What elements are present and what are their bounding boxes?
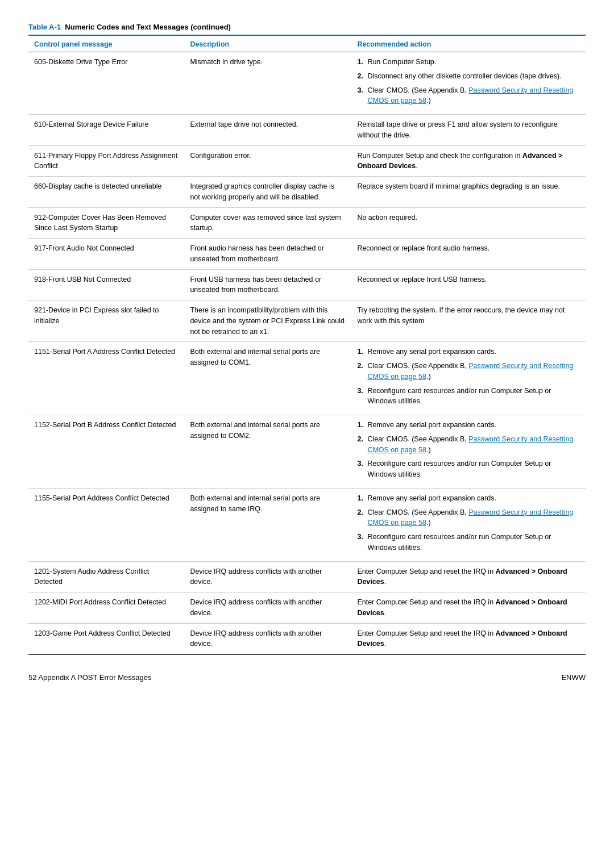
cell-description: Mismatch in drive type.: [184, 52, 351, 115]
col-header-description: Description: [184, 35, 351, 52]
table-label: Table A-1: [28, 23, 61, 31]
action-item: 3. Reconfigure card resources and/or run…: [357, 386, 580, 407]
table-row: 917-Front Audio Not ConnectedFront audio…: [28, 239, 586, 270]
cell-message: 917-Front Audio Not Connected: [28, 239, 184, 270]
main-table: Control panel message Description Recomm…: [28, 35, 586, 655]
col-header-message: Control panel message: [28, 35, 184, 52]
table-row: 605-Diskette Drive Type ErrorMismatch in…: [28, 52, 586, 115]
action-item: 3. Clear CMOS. (See Appendix B, Password…: [357, 85, 580, 107]
action-item: 2. Disconnect any other diskette control…: [357, 71, 580, 82]
action-item: 3. Reconfigure card resources and/or run…: [357, 532, 580, 553]
cell-action: 1. Remove any serial port expansion card…: [351, 488, 586, 561]
cell-description: Front audio harness has been detached or…: [184, 239, 351, 270]
table-row: 921-Device in PCI Express slot failed to…: [28, 301, 586, 342]
cell-action: 1. Run Computer Setup.2. Disconnect any …: [351, 52, 586, 115]
page-footer: 52 Appendix A POST Error Messages ENWW: [28, 673, 586, 682]
cell-action: Enter Computer Setup and reset the IRQ i…: [351, 623, 586, 654]
cell-description: There is an incompatibility/problem with…: [184, 301, 351, 342]
cell-action: Reconnect or replace front audio harness…: [351, 239, 586, 270]
cell-action: 1. Remove any serial port expansion card…: [351, 342, 586, 415]
cell-description: Both external and internal serial ports …: [184, 415, 351, 489]
cell-message: 912-Computer Cover Has Been Removed Sinc…: [28, 207, 184, 239]
cell-description: Device IRQ address conflicts with anothe…: [184, 623, 351, 654]
col-header-action: Recommended action: [351, 35, 586, 52]
cell-description: External tape drive not connected.: [184, 115, 351, 146]
table-row: 1151-Serial Port A Address Conflict Dete…: [28, 342, 586, 415]
cell-description: Front USB harness has been detached or u…: [184, 269, 351, 301]
cell-message: 1152-Serial Port B Address Conflict Dete…: [28, 415, 184, 489]
cell-description: Configuration error.: [184, 145, 351, 177]
footer-right: ENWW: [561, 673, 586, 682]
cell-description: Computer cover was removed since last sy…: [184, 207, 351, 239]
cell-action: Enter Computer Setup and reset the IRQ i…: [351, 592, 586, 624]
table-header-row: Control panel message Description Recomm…: [28, 35, 586, 52]
cell-message: 918-Front USB Not Connected: [28, 269, 184, 301]
cell-message: 611-Primary Floppy Port Address Assignme…: [28, 145, 184, 177]
password-security-link[interactable]: Password Security and Resetting CMOS on …: [367, 508, 573, 527]
cell-description: Both external and internal serial ports …: [184, 342, 351, 415]
cell-action: Enter Computer Setup and reset the IRQ i…: [351, 561, 586, 592]
cell-message: 1202-MIDI Port Address Conflict Detected: [28, 592, 184, 624]
cell-description: Device IRQ address conflicts with anothe…: [184, 592, 351, 624]
password-security-link[interactable]: Password Security and Resetting CMOS on …: [367, 362, 573, 381]
table-row: 611-Primary Floppy Port Address Assignme…: [28, 145, 586, 177]
cell-action: Reconnect or replace front USB harness.: [351, 269, 586, 301]
cell-message: 610-External Storage Device Failure: [28, 115, 184, 146]
action-item: 2. Clear CMOS. (See Appendix B, Password…: [357, 507, 580, 529]
cell-message: 605-Diskette Drive Type Error: [28, 52, 184, 115]
table-row: 660-Display cache is detected unreliable…: [28, 177, 586, 208]
footer-left: 52 Appendix A POST Error Messages: [28, 673, 152, 682]
cell-message: 921-Device in PCI Express slot failed to…: [28, 301, 184, 342]
table-title: Table A-1 Numeric Codes and Text Message…: [28, 23, 586, 31]
table-row: 1152-Serial Port B Address Conflict Dete…: [28, 415, 586, 489]
cell-message: 1203-Game Port Address Conflict Detected: [28, 623, 184, 654]
cell-description: Device IRQ address conflicts with anothe…: [184, 561, 351, 592]
table-row: 1155-Serial Port Address Conflict Detect…: [28, 488, 586, 561]
password-security-link[interactable]: Password Security and Resetting CMOS on …: [367, 435, 573, 454]
action-item: 1. Run Computer Setup.: [357, 57, 580, 68]
cell-action: Try rebooting the system. If the error r…: [351, 301, 586, 342]
cell-action: Reinstall tape drive or press F1 and all…: [351, 115, 586, 146]
cell-action: Replace system board if minimal graphics…: [351, 177, 586, 208]
password-security-link[interactable]: Password Security and Resetting CMOS on …: [367, 86, 573, 105]
cell-description: Both external and internal serial ports …: [184, 488, 351, 561]
cell-message: 1155-Serial Port Address Conflict Detect…: [28, 488, 184, 561]
table-row: 1202-MIDI Port Address Conflict Detected…: [28, 592, 586, 624]
action-item: 1. Remove any serial port expansion card…: [357, 493, 580, 504]
action-item: 2. Clear CMOS. (See Appendix B, Password…: [357, 434, 580, 456]
cell-action: No action required.: [351, 207, 586, 239]
cell-message: 1201-System Audio Address Conflict Detec…: [28, 561, 184, 592]
cell-message: 1151-Serial Port A Address Conflict Dete…: [28, 342, 184, 415]
action-item: 2. Clear CMOS. (See Appendix B, Password…: [357, 361, 580, 382]
action-item: 3. Reconfigure card resources and/or run…: [357, 458, 580, 480]
table-row: 1201-System Audio Address Conflict Detec…: [28, 561, 586, 592]
cell-action: 1. Remove any serial port expansion card…: [351, 415, 586, 489]
cell-description: Integrated graphics controller display c…: [184, 177, 351, 208]
table-row: 912-Computer Cover Has Been Removed Sinc…: [28, 207, 586, 239]
table-row: 610-External Storage Device FailureExter…: [28, 115, 586, 146]
cell-action: Run Computer Setup and check the configu…: [351, 145, 586, 177]
action-item: 1. Remove any serial port expansion card…: [357, 347, 580, 357]
table-row: 918-Front USB Not ConnectedFront USB har…: [28, 269, 586, 301]
table-row: 1203-Game Port Address Conflict Detected…: [28, 623, 586, 654]
cell-message: 660-Display cache is detected unreliable: [28, 177, 184, 208]
table-name: Numeric Codes and Text Messages (continu…: [65, 23, 231, 31]
action-item: 1. Remove any serial port expansion card…: [357, 420, 580, 431]
